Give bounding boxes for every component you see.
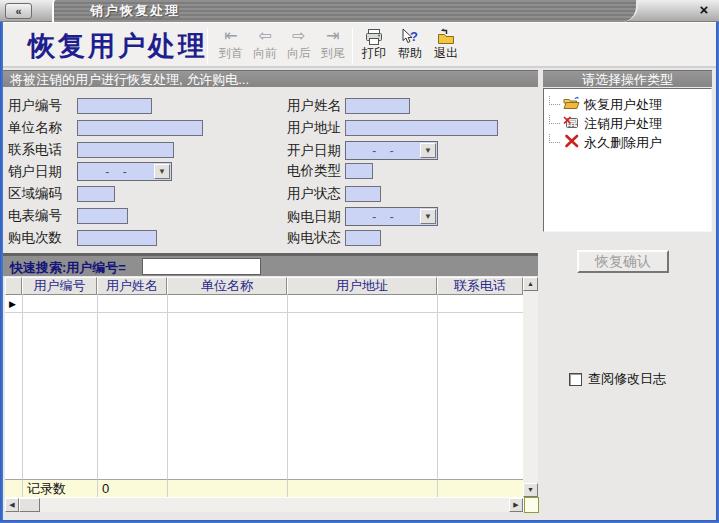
tree-connector: [549, 115, 560, 124]
nav-label: 到尾: [316, 46, 350, 61]
grid-selector-header[interactable]: [5, 277, 22, 295]
form-row: 用户状态: [287, 185, 381, 203]
grid-column-header[interactable]: 用户编号: [22, 277, 97, 295]
field-label: 用户地址: [287, 119, 345, 137]
grid-footer-cell: 0: [97, 479, 167, 497]
nav-arrow-icon: ⇥: [316, 26, 350, 46]
current-row-indicator: ▶: [9, 299, 16, 309]
exit-label: 退出: [429, 46, 463, 61]
grid-line: [97, 295, 98, 479]
vertical-scrollbar[interactable]: [523, 277, 538, 497]
user-form: 用户编号单位名称联系电话销户日期- -▼区域编码电表编号购电次数用户姓名用户地址…: [0, 88, 540, 253]
date-combo[interactable]: - -▼: [345, 141, 438, 160]
nav-button-2[interactable]: ⇦向前: [248, 26, 282, 66]
scroll-left-icon[interactable]: ◀: [5, 498, 19, 512]
grid-line: [167, 295, 168, 479]
form-row: 单位名称: [8, 119, 203, 137]
operation-tree: 恢复用户处理注销用户处理永久删除用户: [543, 88, 712, 232]
form-row: 开户日期- -▼: [287, 141, 438, 160]
grid-footer-cell: [167, 479, 287, 497]
field-input[interactable]: [345, 230, 381, 246]
view-log-checkbox[interactable]: 查阅修改日志: [569, 370, 666, 388]
field-label: 购电日期: [287, 208, 345, 226]
grid-column-header[interactable]: 用户地址: [287, 277, 437, 295]
nav-button-3[interactable]: ⇨向后: [282, 26, 316, 66]
print-button[interactable]: 打印: [357, 26, 391, 66]
header: 恢复用户处理 ⇤到首⇦向前⇨向后⇥到尾 打印 ? 帮助 退出: [0, 22, 719, 68]
app-icon: «: [5, 3, 32, 19]
restore-confirm-button[interactable]: 恢复确认: [577, 250, 669, 273]
date-combo[interactable]: - -▼: [345, 207, 438, 226]
toolbar-separator: [352, 28, 353, 64]
checkbox-icon[interactable]: [569, 373, 582, 386]
field-label: 购电次数: [8, 229, 77, 247]
nav-button-1[interactable]: ⇤到首: [214, 26, 248, 66]
user-grid[interactable]: 用户编号用户姓名单位名称用户地址联系电话▶记录数0▲▼◀▶: [5, 277, 538, 512]
scroll-up-icon[interactable]: ▲: [523, 277, 538, 291]
field-input[interactable]: [77, 186, 115, 202]
grid-line: [22, 295, 23, 479]
field-input[interactable]: [345, 186, 381, 202]
field-input[interactable]: [345, 163, 373, 179]
field-label: 购电状态: [287, 229, 345, 247]
grid-column-header[interactable]: 单位名称: [167, 277, 287, 295]
scroll-down-icon[interactable]: ▼: [523, 483, 538, 497]
tree-item-label: 注销用户处理: [584, 115, 662, 133]
nav-arrow-icon: ⇦: [248, 26, 282, 46]
form-row: 电价类型: [287, 162, 373, 180]
scroll-right-icon[interactable]: ▶: [509, 498, 523, 512]
grid-footer-cell: [5, 479, 22, 497]
grid-line: [5, 312, 523, 313]
grid-footer-cell: [287, 479, 437, 497]
quick-search-label: 快速搜索:用户编号=: [10, 259, 126, 277]
field-label: 电价类型: [287, 162, 345, 180]
field-input[interactable]: [77, 208, 128, 224]
grid-column-header[interactable]: 用户姓名: [97, 277, 167, 295]
field-label: 开户日期: [287, 142, 345, 160]
date-placeholder: - -: [346, 210, 420, 224]
nav-arrow-icon: ⇤: [214, 26, 248, 46]
toolbar-separator: [207, 28, 208, 64]
nav-button-4[interactable]: ⇥到尾: [316, 26, 350, 66]
folder-open-icon: [563, 96, 584, 114]
quick-search-input[interactable]: [142, 258, 261, 275]
nav-label: 向后: [282, 46, 316, 61]
field-input[interactable]: [345, 98, 410, 114]
tree-item-label: 恢复用户处理: [584, 96, 662, 114]
grid-column-header[interactable]: 联系电话: [437, 277, 523, 295]
tree-connector: [549, 96, 560, 105]
grid-footer-cell: [437, 479, 523, 497]
svg-text:?: ?: [410, 29, 418, 44]
chevron-down-icon[interactable]: ▼: [154, 164, 170, 179]
chevron-down-icon[interactable]: ▼: [420, 143, 436, 158]
tree-connector: [549, 134, 560, 143]
exit-button[interactable]: 退出: [429, 26, 463, 66]
tree-item-2[interactable]: 注销用户处理: [544, 114, 711, 133]
horizontal-scrollbar[interactable]: [5, 498, 523, 512]
field-label: 用户编号: [8, 97, 77, 115]
exit-folder-icon: [429, 26, 463, 46]
close-icon[interactable]: ×: [695, 1, 713, 19]
view-log-label: 查阅修改日志: [588, 370, 666, 388]
help-button[interactable]: ? 帮助: [393, 26, 427, 66]
date-placeholder: - -: [78, 165, 154, 179]
form-row: 联系电话: [8, 141, 174, 159]
tree-item-1[interactable]: 恢复用户处理: [544, 95, 711, 114]
field-input[interactable]: [77, 98, 152, 114]
scrollbar-thumb[interactable]: [19, 498, 40, 512]
field-input[interactable]: [77, 142, 174, 158]
help-label: 帮助: [393, 46, 427, 61]
form-row: 用户地址: [287, 119, 498, 137]
field-input[interactable]: [77, 230, 157, 246]
field-input[interactable]: [77, 120, 203, 136]
date-combo[interactable]: - -▼: [77, 162, 172, 181]
tree-item-3[interactable]: 永久删除用户: [544, 133, 711, 152]
grid-corner-box: [524, 497, 539, 513]
tree-item-label: 永久删除用户: [584, 134, 662, 152]
field-input[interactable]: [345, 120, 498, 136]
chevron-down-icon[interactable]: ▼: [420, 209, 436, 224]
form-row: 电表编号: [8, 207, 128, 225]
window-title: 销户恢复处理: [52, 0, 638, 22]
field-label: 销户日期: [8, 163, 77, 181]
field-label: 区域编码: [8, 185, 77, 203]
